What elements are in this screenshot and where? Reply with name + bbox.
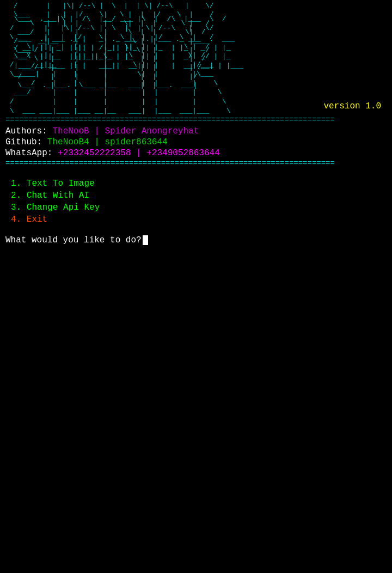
menu-item-4-label: Exit [27, 215, 47, 224]
separator-top: ========================================… [5, 115, 387, 124]
menu-item-2[interactable]: 2. Chat With AI [5, 191, 387, 200]
prompt-text: What would you like to do? [5, 235, 142, 245]
logo-art: \___ .___|\ | /\ |__/ ___ |\ | /\ |___ \… [5, 0, 387, 99]
menu-item-1-label: Text To Image [27, 179, 95, 188]
menu-item-1-number: 1. [11, 179, 27, 188]
menu-item-4-number: 4. [11, 215, 27, 224]
whatsapp-numbers: +2332452222358 | +2349052863644 [58, 148, 220, 158]
menu-item-3-number: 3. [11, 203, 27, 212]
github-line: Github: TheNooB4 | spider863644 [5, 137, 387, 147]
menu-item-3-label: Change Api Key [27, 203, 100, 212]
menu-item-4[interactable]: 4. Exit [5, 215, 387, 224]
authors-line: Authors: TheNooB | Spider Anongreyhat [5, 126, 387, 136]
cursor-block [143, 235, 148, 245]
separator-bottom: ========================================… [5, 159, 387, 168]
github-names: TheNooB4 | spider863644 [47, 137, 168, 147]
menu: 1. Text To Image 2. Chat With AI 3. Chan… [5, 179, 387, 224]
whatsapp-label: WhatsApp: [5, 148, 52, 158]
authors-names: TheNooB | Spider Anongreyhat [52, 126, 199, 136]
menu-item-3[interactable]: 3. Change Api Key [5, 203, 387, 212]
whatsapp-line: WhatsApp: +2332452222358 | +234905286364… [5, 148, 387, 158]
menu-item-2-label: Chat With AI [27, 191, 89, 200]
input-prompt-line: What would you like to do? [5, 235, 387, 245]
terminal-window: \___ .___|\ | /\ |__/ ___ |\ | /\ |___ \… [5, 0, 387, 245]
menu-item-2-number: 2. [11, 191, 27, 200]
menu-item-1[interactable]: 1. Text To Image [5, 179, 387, 188]
github-label: Github: [5, 137, 42, 147]
authors-label: Authors: [5, 126, 47, 136]
